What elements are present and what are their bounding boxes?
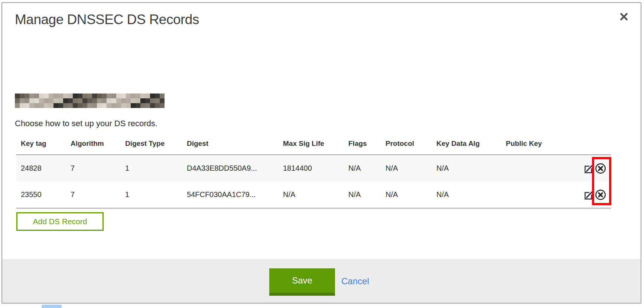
edit-record-button[interactable] [584, 163, 594, 173]
table-cell: N/A [279, 181, 344, 208]
table-cell: N/A [381, 181, 432, 208]
instruction-text: Choose how to set up your DS records. [15, 119, 157, 128]
delete-record-button[interactable] [595, 163, 606, 174]
table-cell: N/A [432, 181, 501, 208]
column-header: Digest [182, 139, 279, 155]
table-cell: 1 [121, 181, 182, 208]
table-row: 235507154FCF030AA1C79...N/AN/AN/AN/A [16, 181, 611, 208]
table-cell: N/A [344, 155, 381, 181]
delete-record-button[interactable] [595, 189, 606, 200]
table-cell: 23550 [16, 181, 66, 208]
edit-record-button[interactable] [584, 190, 594, 200]
table-cell: 54FCF030AA1C79... [182, 181, 279, 208]
edit-icon [584, 190, 594, 200]
table-body: 2482871D4A33E8DD550A9...1814400N/AN/AN/A… [16, 155, 611, 208]
table-cell: 24828 [16, 155, 66, 181]
close-button[interactable] [618, 10, 630, 23]
column-header: Flags [344, 139, 381, 155]
table-cell: N/A [381, 155, 432, 181]
table-cell: 1814400 [279, 155, 344, 181]
table-row: 2482871D4A33E8DD550A9...1814400N/AN/AN/A [16, 155, 611, 181]
delete-icon [595, 163, 606, 174]
column-header: Max Sig Life [279, 139, 344, 155]
column-header: Digest Type [121, 139, 182, 155]
save-button[interactable]: Save [269, 268, 335, 296]
column-header: Public Key [501, 139, 557, 155]
domain-name-redacted [15, 94, 165, 108]
modal-title: Manage DNSSEC DS Records [15, 12, 199, 27]
cancel-link[interactable]: Cancel [341, 276, 369, 286]
row-actions-cell [557, 181, 611, 208]
add-ds-record-button[interactable]: Add DS Record [16, 212, 104, 231]
delete-icon [595, 189, 606, 200]
edit-icon [584, 163, 594, 173]
column-header: Protocol [381, 139, 432, 155]
column-header-actions [557, 139, 611, 155]
table-cell: N/A [344, 181, 381, 208]
table-cell: 7 [66, 155, 121, 181]
ds-records-table: Key tagAlgorithmDigest TypeDigestMax Sig… [16, 139, 611, 209]
table-cell: 7 [66, 181, 121, 208]
table-cell: N/A [432, 155, 501, 181]
table-cell: 1 [121, 155, 182, 181]
row-actions-cell [557, 155, 611, 181]
table-cell: D4A33E8DD550A9... [182, 155, 279, 181]
column-header: Key Data Alg [432, 139, 501, 155]
manage-dnssec-modal: Manage DNSSEC DS Records Choose how to s… [1, 2, 641, 304]
table-header-row: Key tagAlgorithmDigest TypeDigestMax Sig… [16, 139, 611, 155]
table-cell [501, 181, 557, 208]
column-header: Algorithm [66, 139, 121, 155]
modal-footer: Save Cancel [2, 259, 641, 303]
table-cell [501, 155, 557, 181]
column-header: Key tag [16, 139, 66, 155]
background-page-fragment [42, 305, 62, 308]
close-icon [619, 12, 629, 22]
